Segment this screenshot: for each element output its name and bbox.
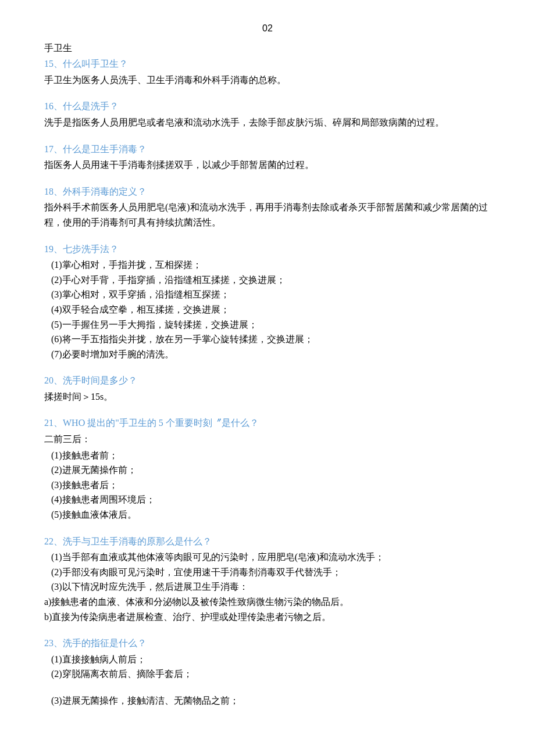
list-item: (6)将一手五指指尖并拢，放在另一手掌心旋转揉搓，交换进展； — [44, 332, 491, 347]
list-item: (4)接触患者周围环境后； — [44, 492, 491, 507]
list-item: (2)手部没有肉眼可见污染时，宜使用速干手消毒剂消毒双手代替洗手； — [44, 565, 491, 580]
question-15: 15、什么叫手卫生？ — [44, 56, 491, 71]
list-item: (1)当手部有血液或其他体液等肉眼可见的污染时，应用肥皂(皂液)和流动水洗手； — [44, 550, 491, 565]
page-number: 02 — [44, 21, 491, 36]
list-item: (2)进展无菌操作前； — [44, 463, 491, 478]
list-item: (4)双手轻合成空拳，相互揉搓，交换进展； — [44, 302, 491, 317]
question-21: 21、WHO 提出的"手卫生的 5 个重要时刻〞是什么？ — [44, 415, 491, 431]
list-item: (3)进展无菌操作，接触清洁、无菌物品之前； — [44, 693, 491, 708]
question-17: 17、什么是卫生手消毒？ — [44, 142, 491, 157]
question-23: 23、洗手的指征是什么？ — [44, 636, 491, 651]
answer-20: 揉搓时间＞15s。 — [44, 389, 491, 404]
question-18: 18、外科手消毒的定义？ — [44, 184, 491, 199]
list-item: (2)手心对手背，手指穿插，沿指缝相互揉搓，交换进展； — [44, 273, 491, 288]
list-item: (3)掌心相对，双手穿插，沿指缝相互探搓； — [44, 287, 491, 302]
list-item: (3)接触患者后； — [44, 478, 491, 493]
list-item: (1)接触患者前； — [44, 448, 491, 463]
list-item: (2)穿脱隔离衣前后、摘除手套后； — [44, 667, 491, 682]
list-item: (1)直接接触病人前后； — [44, 652, 491, 667]
list-item: (5)接触血液体液后。 — [44, 507, 491, 522]
answer-16: 洗手是指医务人员用肥皂或者皂液和流动水洗手，去除手部皮肤污垢、碎屑和局部致病菌的… — [44, 115, 491, 130]
list-item: (1)掌心相对，手指并拢，互相探搓； — [44, 257, 491, 273]
answer-15: 手卫生为医务人员洗手、卫生手消毒和外科手消毒的总称。 — [44, 73, 491, 88]
list-item: (3)以下情况时应先洗手，然后进展卫生手消毒： — [44, 579, 491, 594]
question-16: 16、什么是洗手？ — [44, 99, 491, 114]
answer-18: 指外科手术前医务人员用肥皂(皂液)和流动水洗手，再用手消毒剂去除或者杀灭手部暂居… — [44, 200, 491, 230]
list-item: (5)一手握住另一手大拇指，旋转揉搓，交换进展； — [44, 317, 491, 332]
section-title: 手卫生 — [44, 41, 491, 56]
question-19: 19、七步洗手法？ — [44, 242, 491, 257]
answer-21-intro: 二前三后： — [44, 432, 491, 447]
list-item: (7)必要时增加对手腕的清洗。 — [44, 347, 491, 362]
sub-item: b)直接为传染病患者进展检查、治疗、护理或处理传染患者污物之后。 — [44, 610, 491, 625]
question-22: 22、洗手与卫生手消毒的原那么是什么？ — [44, 534, 491, 549]
answer-17: 指医务人员用速干手消毒剂揉搓双手，以减少手部暂居菌的过程。 — [44, 157, 491, 173]
question-20: 20、洗手时间是多少？ — [44, 373, 491, 388]
sub-item: a)接触患者的血液、体液和分泌物以及被传染性致病微生物污染的物品后。 — [44, 594, 491, 610]
content-gap — [44, 682, 491, 693]
